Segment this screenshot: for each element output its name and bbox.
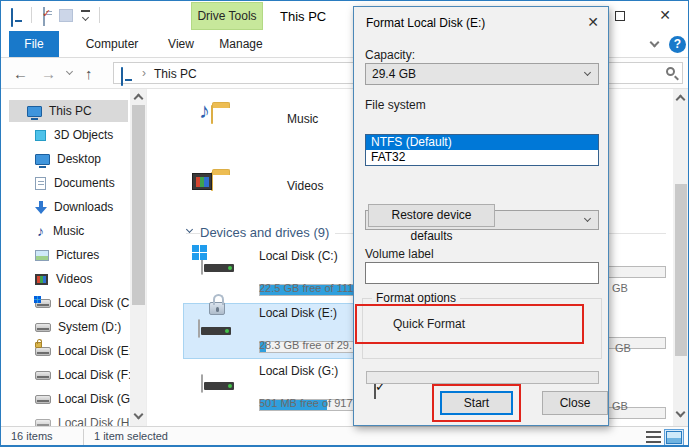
sidebar-item-pictures[interactable]: Pictures	[35, 243, 99, 267]
file-system-options-list: NTFS (Default) FAT32	[365, 134, 599, 166]
free-space-text: GB	[612, 400, 628, 412]
music-note-icon: ♪	[37, 224, 44, 238]
drive-icon	[35, 395, 51, 404]
dialog-title: Format Local Disk (E:)	[366, 16, 485, 30]
tab-view[interactable]: View	[156, 31, 206, 57]
option-fat32[interactable]: FAT32	[366, 150, 598, 165]
back-icon[interactable]: ←	[13, 66, 28, 81]
maximize-button[interactable]	[606, 3, 634, 27]
scroll-up-icon[interactable]	[134, 94, 144, 104]
restore-defaults-button[interactable]: Restore device defaults	[368, 204, 495, 227]
free-space-text: 501 MB free of 917	[259, 397, 353, 409]
sidebar-scrollbar[interactable]	[130, 89, 147, 426]
pictures-icon	[35, 250, 49, 261]
collapse-group-icon[interactable]	[186, 226, 193, 233]
sidebar-item-music[interactable]: ♪Music	[37, 219, 84, 243]
sidebar-item-local-disk-h[interactable]: Local Disk (H:)	[35, 411, 137, 426]
tab-manage[interactable]: Manage	[213, 31, 269, 57]
drive-icon	[35, 323, 51, 332]
annotation-box-start	[432, 384, 521, 422]
up-icon[interactable]: ↑	[85, 66, 93, 81]
forward-icon[interactable]: →	[41, 66, 56, 81]
tab-computer[interactable]: Computer	[76, 31, 148, 57]
volume-label-input[interactable]	[366, 263, 598, 283]
drive-icon	[35, 419, 51, 427]
help-icon[interactable]: ?	[669, 36, 686, 53]
capacity-dropdown[interactable]: 29.4 GB	[365, 63, 599, 85]
sidebar-item-this-pc[interactable]: This PC	[27, 99, 92, 123]
search-box[interactable]	[607, 62, 683, 84]
sidebar-item-local-disk-g[interactable]: Local Disk (G:)	[35, 387, 137, 411]
annotation-box-quick-format	[355, 304, 584, 344]
sidebar-item-local-disk-c[interactable]: Local Disk (C:)	[35, 291, 137, 315]
capacity-value: 29.4 GB	[372, 67, 416, 81]
file-system-label: File system	[365, 98, 426, 112]
tab-file[interactable]: File	[9, 31, 59, 57]
windows-drive-icon	[35, 299, 51, 308]
free-space-text: GB	[615, 342, 631, 354]
divider	[31, 7, 32, 23]
collapse-ribbon-icon[interactable]	[650, 38, 660, 48]
document-icon	[35, 177, 46, 190]
free-space-text: 22.5 GB free of 111	[259, 282, 353, 294]
lock-drive-icon	[35, 347, 51, 356]
free-space-text: 28.3 GB free of 29.	[259, 339, 352, 351]
format-dialog: Format Local Disk (E:) ✕ Capacity: 29.4 …	[353, 6, 609, 426]
volume-label-label: Volume label	[365, 247, 434, 261]
explorer-window: ✓ Drive Tools This PC ✕ File Computer Vi…	[0, 0, 689, 447]
breadcrumb[interactable]: This PC	[154, 67, 197, 81]
computer-icon	[27, 106, 42, 117]
download-icon	[35, 201, 47, 214]
sidebar-item-local-disk-e[interactable]: Local Disk (E:)	[35, 339, 136, 363]
large-icons-view-icon	[666, 431, 682, 444]
computer-icon	[121, 67, 123, 86]
scroll-up-icon[interactable]	[676, 95, 686, 105]
close-window-button[interactable]: ✕	[651, 8, 679, 22]
sidebar-item-local-disk-f[interactable]: Local Disk (F:)	[35, 363, 135, 387]
new-folder-icon[interactable]	[59, 9, 73, 22]
content-scrollbar[interactable]	[673, 89, 689, 426]
details-view-icon[interactable]	[646, 431, 661, 443]
sidebar-item-downloads[interactable]: Downloads	[35, 195, 113, 219]
sidebar-item-videos[interactable]: Videos	[35, 267, 92, 291]
scrollbar-thumb[interactable]	[132, 105, 145, 305]
scrollbar-thumb[interactable]	[675, 184, 687, 356]
drive-icon	[35, 371, 51, 380]
large-icons-view-button[interactable]	[665, 430, 683, 445]
volume-label-field[interactable]	[365, 262, 599, 284]
window-title: This PC	[280, 9, 326, 24]
sidebar-item-3d-objects[interactable]: 3D Objects	[35, 123, 113, 147]
breadcrumb-separator: ›	[142, 66, 146, 80]
folder-music-icon: ♪	[211, 105, 213, 124]
customize-quick-access-icon[interactable]	[81, 10, 90, 12]
capacity-label: Capacity:	[365, 48, 415, 62]
chevron-down-icon	[82, 14, 89, 21]
chevron-down-icon	[584, 69, 591, 76]
history-chevron-icon[interactable]	[66, 68, 73, 75]
items-count: 16 items	[11, 430, 53, 442]
close-button[interactable]: Close	[542, 391, 608, 415]
divider	[83, 429, 84, 445]
format-progress-bar	[366, 371, 599, 384]
sidebar-item-system-d[interactable]: System (D:)	[35, 315, 121, 339]
monitor-icon	[35, 154, 50, 165]
free-space-text: GB	[612, 282, 628, 294]
format-options-label: Format options	[372, 291, 460, 305]
scroll-down-icon[interactable]	[134, 410, 144, 420]
sidebar: This PC 3D Objects Desktop Documents Dow…	[1, 89, 147, 426]
group-header[interactable]: Devices and drives (9)	[200, 225, 335, 240]
scroll-down-icon[interactable]	[676, 408, 686, 418]
divider	[99, 7, 100, 23]
option-ntfs[interactable]: NTFS (Default)	[366, 135, 598, 150]
windows-drive-icon	[201, 256, 203, 275]
computer-icon[interactable]	[11, 8, 13, 27]
close-icon[interactable]: ✕	[582, 15, 604, 29]
search-input[interactable]	[611, 64, 663, 82]
sidebar-item-desktop[interactable]: Desktop	[35, 147, 101, 171]
search-icon[interactable]	[666, 67, 675, 76]
status-bar: 16 items 1 item selected	[1, 426, 689, 446]
drive-tools-contextual-tab[interactable]: Drive Tools	[191, 2, 263, 30]
chevron-down-icon	[584, 215, 591, 222]
sidebar-item-documents[interactable]: Documents	[35, 171, 115, 195]
check-mark-icon: ✓	[42, 7, 51, 20]
